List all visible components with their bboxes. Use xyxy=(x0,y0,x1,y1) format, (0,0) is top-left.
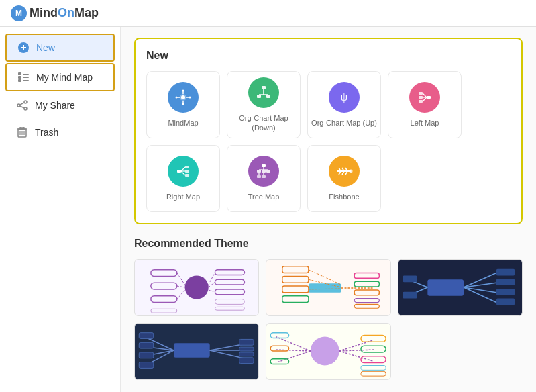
svg-rect-51 xyxy=(257,170,261,173)
svg-rect-139 xyxy=(271,333,289,338)
svg-rect-39 xyxy=(419,100,423,103)
map-item-leftmap[interactable]: Left Map xyxy=(388,71,462,138)
svg-line-129 xyxy=(339,350,374,351)
svg-line-74 xyxy=(177,286,185,287)
share-icon xyxy=(16,99,28,111)
svg-point-127 xyxy=(311,337,339,366)
svg-line-13 xyxy=(20,106,24,108)
svg-rect-131 xyxy=(361,336,386,342)
svg-rect-36 xyxy=(427,96,431,99)
svg-rect-3 xyxy=(18,72,21,75)
app-logo: M MindOnMap xyxy=(11,5,99,21)
sidebar-item-myshare[interactable]: My Share xyxy=(5,93,115,118)
svg-line-90 xyxy=(309,270,341,285)
content-area: New MindMap Org-Chart Map (Down) xyxy=(121,27,536,392)
svg-point-26 xyxy=(182,89,184,91)
theme-item-3[interactable] xyxy=(398,259,523,316)
svg-rect-76 xyxy=(215,270,245,275)
new-section-title: New xyxy=(146,50,511,62)
svg-rect-123 xyxy=(239,339,254,345)
svg-rect-135 xyxy=(361,371,386,376)
svg-rect-134 xyxy=(361,365,386,370)
svg-rect-80 xyxy=(215,307,245,310)
svg-line-75 xyxy=(177,290,185,299)
svg-rect-110 xyxy=(403,292,417,299)
svg-line-136 xyxy=(276,337,311,351)
svg-point-67 xyxy=(350,169,353,173)
svg-rect-70 xyxy=(151,283,177,289)
orgchart-down-icon-circle xyxy=(248,77,279,108)
svg-rect-50 xyxy=(262,164,266,167)
app-header: M MindOnMap xyxy=(0,0,536,27)
svg-rect-79 xyxy=(215,299,245,305)
svg-rect-126 xyxy=(239,358,254,364)
svg-point-11 xyxy=(24,107,27,110)
sidebar-item-trash[interactable]: Trash xyxy=(5,119,115,145)
sidebar: New My Mind Map My Share Trash xyxy=(0,27,121,392)
mindmap-label: MindMap xyxy=(168,118,198,128)
svg-rect-141 xyxy=(271,359,289,364)
recommended-theme-section: Recommended Theme xyxy=(134,238,523,380)
svg-rect-118 xyxy=(139,352,153,358)
trash-icon xyxy=(16,126,28,138)
svg-rect-98 xyxy=(427,279,464,295)
svg-rect-4 xyxy=(18,76,21,79)
rightmap-icon-circle xyxy=(168,156,199,187)
svg-rect-133 xyxy=(361,356,386,363)
svg-rect-16 xyxy=(20,127,24,129)
new-section: New MindMap Org-Chart Map (Down) xyxy=(134,38,523,224)
map-item-mindmap[interactable]: MindMap xyxy=(146,71,220,138)
theme-item-4[interactable] xyxy=(134,323,259,380)
svg-line-40 xyxy=(423,93,427,97)
treemap-label: Tree Map xyxy=(248,192,280,201)
svg-point-10 xyxy=(17,104,20,107)
sidebar-item-new-label: New xyxy=(36,42,55,53)
recommended-theme-title: Recommended Theme xyxy=(134,238,523,250)
theme-item-1[interactable] xyxy=(134,259,259,316)
svg-line-73 xyxy=(177,273,185,285)
svg-point-28 xyxy=(182,103,184,105)
map-item-orgchart-up[interactable]: ψ Org-Chart Map (Up) xyxy=(307,71,381,138)
logo-mind: Mind xyxy=(30,6,58,19)
svg-rect-95 xyxy=(355,290,380,295)
map-item-orgchart-down[interactable]: Org-Chart Map (Down) xyxy=(227,71,301,138)
mindmap-icon-circle xyxy=(168,82,199,113)
svg-point-27 xyxy=(189,96,191,98)
svg-rect-69 xyxy=(151,270,177,277)
sidebar-item-mymindmap-label: My Mind Map xyxy=(36,72,93,83)
theme-item-2[interactable] xyxy=(266,259,390,316)
svg-line-138 xyxy=(276,351,311,363)
sidebar-item-trash-label: Trash xyxy=(35,127,58,138)
svg-point-68 xyxy=(185,275,209,299)
svg-rect-116 xyxy=(139,333,153,339)
svg-point-29 xyxy=(176,96,178,98)
svg-rect-93 xyxy=(355,273,380,279)
svg-line-82 xyxy=(209,282,215,287)
svg-rect-119 xyxy=(139,362,153,369)
map-item-rightmap[interactable]: Right Map xyxy=(146,145,220,212)
svg-line-12 xyxy=(20,103,24,105)
svg-line-42 xyxy=(423,97,427,101)
svg-rect-109 xyxy=(403,275,417,282)
svg-rect-96 xyxy=(355,299,380,303)
svg-rect-53 xyxy=(266,170,270,173)
svg-rect-104 xyxy=(496,279,515,285)
svg-rect-106 xyxy=(496,299,515,305)
sidebar-item-mymindmap[interactable]: My Mind Map xyxy=(5,63,115,91)
svg-rect-6 xyxy=(23,74,29,75)
svg-line-49 xyxy=(181,171,185,175)
svg-rect-97 xyxy=(355,304,380,308)
svg-rect-5 xyxy=(18,79,21,82)
svg-rect-103 xyxy=(496,269,515,276)
orgchart-down-label: Org-Chart Map (Down) xyxy=(239,113,288,133)
theme-item-5[interactable] xyxy=(266,323,390,380)
main-layout: New My Mind Map My Share Trash New xyxy=(0,27,536,392)
map-item-fishbone[interactable]: Fishbone xyxy=(307,145,381,212)
svg-rect-37 xyxy=(419,92,423,95)
map-item-treemap[interactable]: Tree Map xyxy=(227,145,301,212)
svg-rect-71 xyxy=(151,296,177,303)
svg-rect-88 xyxy=(282,286,309,293)
sidebar-item-new[interactable]: New xyxy=(5,34,115,62)
rightmap-label: Right Map xyxy=(166,192,200,201)
svg-line-47 xyxy=(181,167,185,171)
